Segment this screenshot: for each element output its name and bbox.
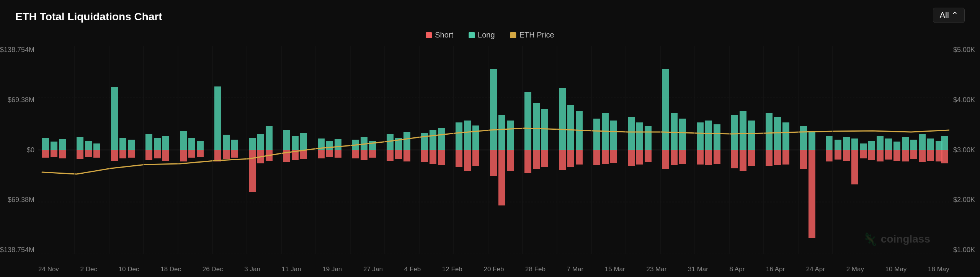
svg-rect-87 <box>507 121 514 150</box>
x-label-18: 8 Apr <box>730 266 745 273</box>
y-right-label-3: $3.00K <box>953 146 975 154</box>
y-left-label-4: $69.38M <box>8 196 34 204</box>
svg-rect-157 <box>893 142 900 150</box>
svg-rect-39 <box>231 140 238 150</box>
svg-rect-89 <box>524 92 531 150</box>
svg-rect-43 <box>257 134 264 150</box>
svg-rect-90 <box>524 150 531 173</box>
legend-short: Short <box>426 31 453 39</box>
svg-rect-170 <box>941 150 948 163</box>
short-dot <box>426 32 432 38</box>
main-chart-svg <box>38 46 949 254</box>
x-label-16: 23 Mar <box>646 266 666 273</box>
svg-rect-81 <box>472 125 479 150</box>
svg-rect-143 <box>835 140 841 150</box>
svg-rect-128 <box>740 150 746 171</box>
y-right-label-4: $2.00K <box>953 196 975 204</box>
svg-rect-66 <box>387 150 394 161</box>
x-label-3: 10 Dec <box>119 266 139 273</box>
svg-rect-100 <box>576 150 583 165</box>
x-label-12: 20 Feb <box>483 266 504 273</box>
svg-rect-52 <box>300 150 307 159</box>
svg-rect-164 <box>919 150 926 162</box>
svg-rect-91 <box>533 103 540 150</box>
svg-rect-79 <box>464 121 471 150</box>
svg-rect-122 <box>705 150 712 165</box>
svg-rect-124 <box>714 150 720 164</box>
svg-rect-54 <box>318 150 325 158</box>
svg-rect-93 <box>541 109 548 150</box>
svg-rect-126 <box>731 150 738 168</box>
svg-rect-134 <box>774 150 781 165</box>
svg-rect-38 <box>223 150 230 159</box>
y-axis-right: $5.00K $4.00K $3.00K $2.00K $1.00K <box>949 46 980 254</box>
svg-rect-161 <box>910 140 917 150</box>
svg-rect-107 <box>628 117 635 150</box>
svg-rect-156 <box>885 150 892 160</box>
svg-rect-86 <box>498 150 505 205</box>
svg-rect-166 <box>927 150 934 161</box>
svg-rect-26 <box>154 150 161 158</box>
svg-rect-21 <box>128 140 135 150</box>
svg-rect-105 <box>610 121 617 150</box>
svg-rect-127 <box>740 111 746 150</box>
svg-rect-165 <box>927 138 934 150</box>
svg-rect-96 <box>559 150 566 170</box>
x-label-14: 7 Mar <box>567 266 583 273</box>
svg-rect-70 <box>403 150 410 161</box>
svg-rect-47 <box>283 130 290 150</box>
legend: Short Long ETH Price <box>426 31 554 39</box>
svg-rect-129 <box>748 121 755 150</box>
svg-rect-97 <box>567 105 574 150</box>
svg-rect-9 <box>59 139 66 150</box>
y-axis-left: $138.754M $69.38M $0 $69.38M $138.754M <box>0 46 38 254</box>
svg-rect-150 <box>860 150 867 158</box>
svg-rect-34 <box>197 150 204 157</box>
svg-rect-73 <box>430 130 436 150</box>
svg-rect-72 <box>421 150 428 162</box>
svg-rect-162 <box>910 150 917 159</box>
svg-rect-77 <box>456 122 462 150</box>
svg-rect-84 <box>490 150 497 176</box>
svg-rect-5 <box>42 138 49 150</box>
x-label-20: 24 Apr <box>806 266 825 273</box>
svg-rect-58 <box>335 150 341 158</box>
svg-rect-106 <box>610 150 617 163</box>
svg-rect-71 <box>421 133 428 150</box>
svg-rect-141 <box>826 136 833 150</box>
x-label-23: 18 May <box>928 266 949 273</box>
x-label-17: 31 Mar <box>688 266 708 273</box>
svg-rect-159 <box>902 137 909 150</box>
y-right-label-5: $1.00K <box>953 246 975 254</box>
svg-rect-49 <box>292 136 299 150</box>
svg-rect-92 <box>533 150 540 169</box>
svg-rect-56 <box>326 150 333 157</box>
svg-rect-132 <box>766 150 773 166</box>
legend-eth-price: ETH Price <box>510 31 554 39</box>
svg-rect-117 <box>679 119 686 150</box>
svg-rect-123 <box>714 124 720 150</box>
svg-rect-63 <box>369 141 376 150</box>
svg-rect-32 <box>188 150 195 158</box>
eth-price-dot <box>510 32 516 38</box>
svg-rect-55 <box>326 141 333 150</box>
svg-rect-114 <box>662 150 669 169</box>
svg-rect-11 <box>77 137 83 150</box>
svg-rect-78 <box>456 150 462 167</box>
x-label-13: 28 Feb <box>525 266 546 273</box>
all-button[interactable]: All ⌃ <box>933 8 965 23</box>
x-label-10: 4 Feb <box>404 266 421 273</box>
svg-rect-109 <box>636 122 643 150</box>
svg-rect-144 <box>835 150 841 160</box>
svg-rect-80 <box>464 150 471 171</box>
x-axis: 24 Nov 2 Dec 10 Dec 18 Dec 26 Dec 3 Jan … <box>38 266 949 273</box>
x-label-15: 15 Mar <box>605 266 625 273</box>
svg-rect-136 <box>782 150 789 165</box>
svg-rect-76 <box>438 150 445 165</box>
svg-rect-137 <box>800 126 807 150</box>
x-label-21: 2 May <box>846 266 864 273</box>
svg-rect-140 <box>808 150 815 238</box>
svg-rect-125 <box>731 115 738 150</box>
svg-rect-25 <box>154 138 161 150</box>
svg-rect-111 <box>645 126 652 150</box>
